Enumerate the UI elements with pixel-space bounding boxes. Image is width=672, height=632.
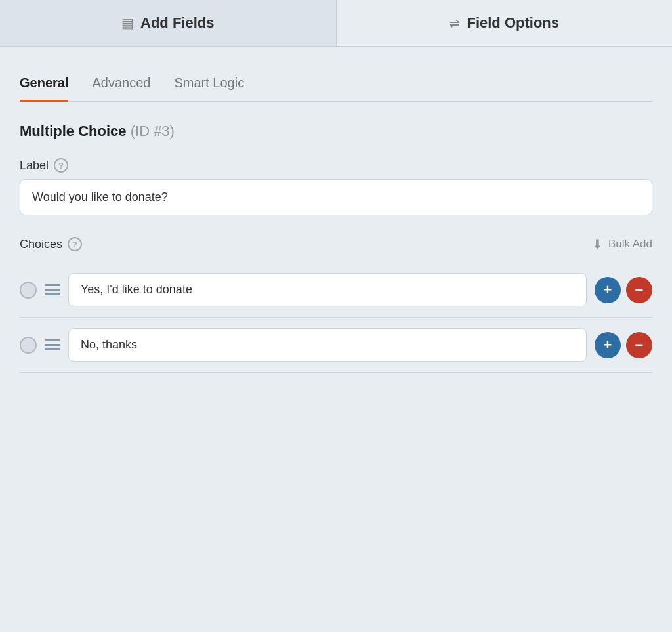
drag-line [45, 344, 60, 346]
label-row: Label ? [20, 158, 652, 173]
choices-left: Choices ? [20, 237, 82, 251]
main-panel: ▤ Add Fields ⇌ Field Options General Adv… [0, 0, 672, 632]
bulk-add-icon: ⬇ [592, 236, 603, 252]
add-fields-tab[interactable]: ▤ Add Fields [0, 0, 337, 46]
sub-tabs: General Advanced Smart Logic [20, 66, 652, 102]
choices-header: Choices ? ⬇ Bulk Add [20, 236, 652, 252]
choices-help-icon[interactable]: ? [68, 237, 82, 251]
choice-input-1[interactable] [68, 273, 587, 306]
choice-drag-1[interactable] [45, 284, 60, 295]
drag-line [45, 339, 60, 341]
tab-smart-logic[interactable]: Smart Logic [174, 66, 244, 102]
field-options-tab[interactable]: ⇌ Field Options [337, 0, 673, 46]
label-help-icon[interactable]: ? [54, 158, 68, 173]
add-choice-1-button[interactable]: + [595, 277, 621, 303]
tab-general[interactable]: General [20, 66, 68, 102]
content-area: General Advanced Smart Logic Multiple Ch… [0, 47, 672, 392]
choice-actions-1: + − [595, 277, 652, 303]
drag-line [45, 284, 60, 286]
header-tabs: ▤ Add Fields ⇌ Field Options [0, 0, 672, 47]
bulk-add-button[interactable]: ⬇ Bulk Add [592, 236, 652, 252]
choice-row-2: + − [20, 318, 652, 373]
add-choice-2-button[interactable]: + [595, 332, 621, 358]
choice-radio-1 [20, 282, 37, 299]
drag-line [45, 289, 60, 291]
drag-line [45, 348, 60, 350]
choice-input-2[interactable] [68, 328, 587, 362]
field-title: Multiple Choice (ID #3) [20, 123, 652, 140]
field-options-label: Field Options [467, 14, 559, 32]
choice-radio-2 [20, 337, 37, 354]
field-options-icon: ⇌ [449, 15, 460, 31]
label-input[interactable] [20, 179, 652, 215]
choice-actions-2: + − [595, 332, 652, 358]
field-id: (ID #3) [131, 123, 175, 139]
remove-choice-2-button[interactable]: − [626, 332, 652, 358]
choice-drag-2[interactable] [45, 339, 60, 350]
tab-advanced[interactable]: Advanced [92, 66, 150, 102]
choice-row-1: + − [20, 263, 652, 318]
choices-section-title: Choices [20, 238, 62, 251]
drag-line [45, 293, 60, 295]
add-fields-label: Add Fields [140, 14, 214, 32]
bulk-add-label: Bulk Add [608, 238, 652, 251]
add-fields-icon: ▤ [121, 15, 134, 31]
remove-choice-1-button[interactable]: − [626, 277, 652, 303]
label-section-title: Label [20, 159, 49, 173]
